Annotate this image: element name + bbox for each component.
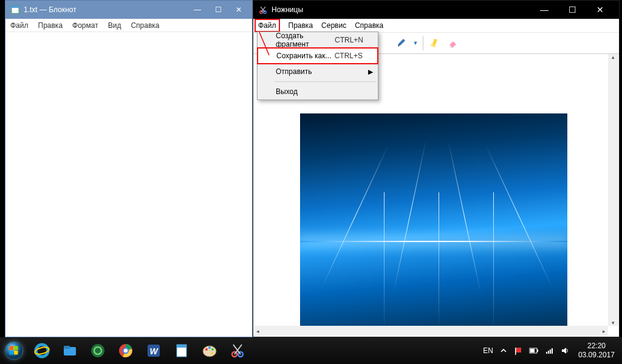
snip-menu-bar: Файл Правка Сервис Справка — [253, 19, 619, 32]
menu-item-label: Отправить — [276, 67, 312, 76]
snipping-tool-icon — [258, 5, 268, 15]
notepad-window: 1.txt — Блокнот — ☐ ✕ Файл Правка Формат… — [5, 0, 253, 337]
svg-rect-15 — [64, 346, 70, 349]
svg-point-28 — [211, 348, 214, 351]
svg-rect-11 — [14, 351, 18, 355]
menu-item-label: Создать фрагмент — [276, 32, 335, 49]
menu-item-new[interactable]: Создать фрагмент CTRL+N — [258, 32, 378, 48]
menu-file-label: Файл — [258, 21, 276, 30]
svg-rect-4 — [432, 39, 437, 46]
file-menu-dropdown: Создать фрагмент CTRL+N Сохранить как...… — [257, 32, 378, 100]
taskbar-snipping-tool[interactable] — [224, 337, 251, 364]
taskbar-word[interactable]: W — [140, 337, 168, 364]
notepad-icon — [10, 5, 20, 15]
menu-item-shortcut: CTRL+S — [335, 52, 363, 60]
svg-rect-24 — [177, 345, 186, 348]
svg-rect-35 — [537, 349, 538, 352]
svg-point-29 — [211, 352, 213, 354]
minimize-button[interactable]: — — [189, 5, 206, 14]
snip-titlebar[interactable]: Ножницы — ☐ ✕ — [253, 1, 619, 19]
taskbar-app-circle[interactable] — [84, 337, 112, 364]
taskbar-explorer[interactable] — [56, 337, 84, 364]
taskbar-chrome[interactable] — [112, 337, 140, 364]
notepad-window-controls: — ☐ ✕ — [189, 5, 247, 14]
snip-title: Ножницы — [272, 5, 303, 14]
tray-time: 22:20 — [578, 342, 615, 351]
svg-rect-1 — [12, 6, 19, 8]
svg-rect-9 — [14, 346, 18, 351]
pen-tool-button[interactable] — [393, 35, 410, 52]
maximize-button[interactable]: ☐ — [210, 5, 227, 14]
start-button[interactable] — [0, 337, 28, 364]
notepad-title: 1.txt — Блокнот — [24, 5, 77, 14]
menu-edit[interactable]: Правка — [289, 21, 313, 30]
svg-rect-39 — [550, 349, 551, 354]
menu-item-send[interactable]: Отправить ▶ — [258, 64, 378, 79]
menu-file[interactable]: Файл — [10, 21, 29, 30]
snip-window-controls: — ☐ ✕ — [530, 1, 614, 19]
svg-rect-37 — [546, 352, 547, 354]
toolbar-separator — [423, 36, 423, 50]
pen-dropdown-button[interactable]: ▼ — [411, 35, 420, 52]
svg-rect-33 — [515, 348, 516, 355]
tray-battery-icon[interactable] — [529, 347, 539, 354]
taskbar-pinned-apps: W — [28, 337, 251, 364]
close-button[interactable]: ✕ — [230, 5, 247, 14]
menu-item-exit[interactable]: Выход — [258, 84, 378, 99]
menu-help[interactable]: Справка — [131, 21, 159, 30]
captured-screenshot — [300, 113, 567, 326]
highlighter-button[interactable] — [426, 35, 443, 52]
menu-help[interactable]: Справка — [355, 21, 383, 30]
horizontal-scrollbar[interactable]: ◂▸ — [254, 326, 608, 336]
menu-file[interactable]: Файл — [255, 19, 280, 32]
close-button[interactable]: ✕ — [586, 1, 614, 19]
taskbar: W EN 22:20 03.09.2017 — [0, 337, 622, 364]
eraser-button[interactable] — [445, 35, 462, 52]
menu-item-save-as[interactable]: Сохранить как... CTRL+S — [257, 47, 378, 64]
tray-date: 03.09.2017 — [578, 351, 615, 360]
menu-view[interactable]: Вид — [108, 21, 121, 30]
tray-clock[interactable]: 22:20 03.09.2017 — [576, 342, 617, 360]
menu-item-label: Сохранить как... — [276, 52, 331, 60]
vertical-scrollbar[interactable]: ▴▾ — [608, 54, 618, 326]
svg-rect-10 — [10, 351, 14, 355]
language-indicator[interactable]: EN — [483, 346, 493, 355]
svg-rect-36 — [530, 349, 535, 352]
system-tray: EN 22:20 03.09.2017 — [483, 342, 617, 360]
menu-format[interactable]: Формат — [72, 21, 98, 30]
submenu-arrow-icon: ▶ — [368, 68, 373, 76]
maximize-button[interactable]: ☐ — [558, 1, 586, 19]
svg-point-12 — [36, 345, 48, 357]
menu-service[interactable]: Сервис — [321, 21, 346, 30]
svg-rect-40 — [552, 348, 553, 354]
taskbar-paint[interactable] — [196, 337, 224, 364]
svg-point-26 — [205, 348, 208, 351]
taskbar-notepad[interactable] — [168, 337, 196, 364]
svg-point-27 — [208, 346, 211, 349]
svg-rect-38 — [548, 351, 549, 354]
tray-network-icon[interactable] — [545, 347, 554, 354]
menu-item-shortcut: CTRL+N — [335, 36, 363, 44]
notepad-menu-bar: Файл Правка Формат Вид Справка — [5, 19, 252, 32]
minimize-button[interactable]: — — [530, 1, 558, 19]
tray-volume-icon[interactable] — [561, 346, 569, 355]
notepad-text-area[interactable] — [5, 32, 252, 337]
menu-edit[interactable]: Правка — [38, 21, 63, 30]
menu-separator — [275, 81, 377, 82]
svg-point-16 — [91, 344, 104, 357]
tray-chevron-icon[interactable] — [500, 347, 507, 354]
notepad-titlebar[interactable]: 1.txt — Блокнот — ☐ ✕ — [5, 1, 252, 19]
svg-rect-8 — [10, 346, 14, 351]
tray-flag-icon[interactable] — [514, 346, 522, 355]
menu-item-label: Выход — [276, 87, 298, 96]
svg-text:W: W — [149, 346, 159, 356]
taskbar-ie[interactable] — [28, 337, 56, 364]
svg-point-20 — [124, 349, 128, 352]
